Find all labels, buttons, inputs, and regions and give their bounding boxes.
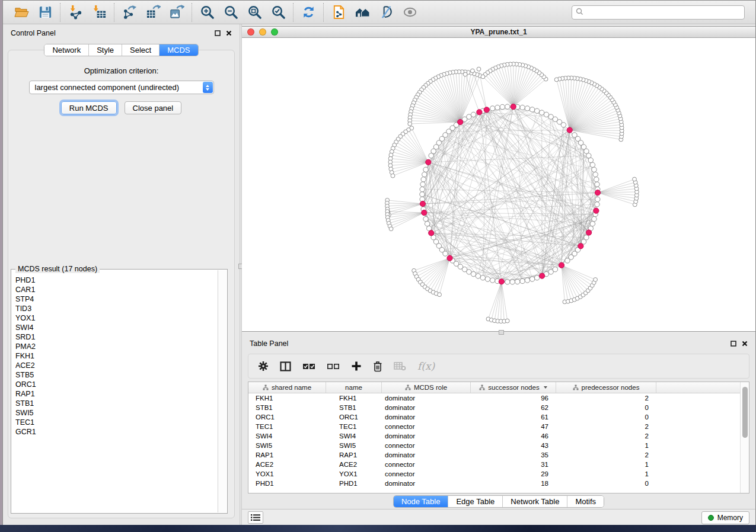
cell-MCDS-role[interactable]: connector xyxy=(382,470,471,477)
table-row[interactable]: SWI4SWI4dominator462 xyxy=(248,431,749,441)
cell-MCDS-role[interactable]: dominator xyxy=(382,404,471,411)
cell-predecessor-nodes[interactable]: 2 xyxy=(556,451,656,459)
export-image-button[interactable] xyxy=(168,4,186,21)
import-table-button[interactable] xyxy=(90,4,108,21)
import-network-button[interactable] xyxy=(66,4,84,21)
mcds-list-scrollbar[interactable] xyxy=(218,270,227,512)
mcds-result-item[interactable]: SWI4 xyxy=(15,323,214,332)
cell-successor-nodes[interactable]: 62 xyxy=(471,404,556,411)
mcds-result-item[interactable]: ACE2 xyxy=(15,361,214,370)
settings-button[interactable] xyxy=(258,360,269,373)
table-row[interactable]: ORC1ORC1dominator610 xyxy=(248,412,749,422)
cell-MCDS-role[interactable]: dominator xyxy=(382,480,471,487)
save-button[interactable] xyxy=(36,4,54,21)
table-row[interactable]: RAP1RAP1dominator352 xyxy=(248,450,749,460)
cell-shared-name[interactable]: FKH1 xyxy=(248,395,326,402)
cell-successor-nodes[interactable]: 18 xyxy=(471,480,556,487)
mcds-result-item[interactable]: STB5 xyxy=(15,370,214,380)
mcds-result-item[interactable]: GCR1 xyxy=(15,427,214,437)
column-header-MCDS-role[interactable]: MCDS role xyxy=(382,382,471,393)
cell-name[interactable]: PHD1 xyxy=(326,480,382,487)
cell-predecessor-nodes[interactable]: 0 xyxy=(556,480,656,487)
cell-MCDS-role[interactable]: connector xyxy=(382,461,471,468)
open-folder-button[interactable] xyxy=(12,4,30,21)
tab-mcds[interactable]: MCDS xyxy=(159,44,197,56)
table-row[interactable]: PHD1PHD1dominator180 xyxy=(248,479,749,488)
delete-button[interactable] xyxy=(373,360,382,373)
divider-handle-h[interactable] xyxy=(499,330,504,335)
mcds-result-item[interactable]: PMA2 xyxy=(15,342,214,351)
cell-name[interactable]: ACE2 xyxy=(326,461,382,468)
houses-button[interactable] xyxy=(353,4,371,21)
cell-successor-nodes[interactable]: 46 xyxy=(471,432,556,440)
show-eye-button[interactable] xyxy=(401,4,419,21)
mcds-result-item[interactable]: SWI5 xyxy=(15,408,214,418)
cell-name[interactable]: RAP1 xyxy=(326,451,382,459)
cell-shared-name[interactable]: SWI5 xyxy=(248,442,326,449)
mcds-result-item[interactable]: YOX1 xyxy=(15,313,214,323)
search-box[interactable] xyxy=(572,5,745,20)
column-header-shared-name[interactable]: shared name xyxy=(248,382,326,393)
cell-successor-nodes[interactable]: 61 xyxy=(471,414,556,421)
cell-predecessor-nodes[interactable]: 1 xyxy=(556,470,656,477)
hide-details-button[interactable] xyxy=(377,4,395,21)
table-tab-edge-table[interactable]: Edge Table xyxy=(448,496,502,507)
table-tab-motifs[interactable]: Motifs xyxy=(567,496,604,507)
tab-style[interactable]: Style xyxy=(88,44,122,56)
cell-successor-nodes[interactable]: 43 xyxy=(471,442,556,449)
mcds-result-item[interactable]: STP4 xyxy=(15,294,214,304)
zoom-in-button[interactable] xyxy=(198,4,216,21)
cell-MCDS-role[interactable]: connector xyxy=(382,442,471,449)
table-row[interactable]: STB1STB1dominator620 xyxy=(248,403,749,412)
run-mcds-button[interactable]: Run MCDS xyxy=(61,101,117,114)
horizontal-split-divider[interactable] xyxy=(242,332,755,335)
cell-name[interactable]: FKH1 xyxy=(326,395,382,402)
cell-name[interactable]: SWI4 xyxy=(326,432,382,440)
tab-select[interactable]: Select xyxy=(122,44,159,56)
cell-name[interactable]: TEC1 xyxy=(326,423,382,430)
mcds-result-item[interactable]: TEC1 xyxy=(15,418,214,427)
cell-name[interactable]: SWI5 xyxy=(326,442,382,449)
table-row[interactable]: ACE2ACE2connector311 xyxy=(248,460,749,469)
tab-network[interactable]: Network xyxy=(44,44,88,56)
mcds-result-item[interactable]: SRD1 xyxy=(15,332,214,342)
float-table-panel-icon[interactable] xyxy=(730,341,736,347)
cell-shared-name[interactable]: SWI4 xyxy=(248,432,326,440)
mcds-result-item[interactable]: TID3 xyxy=(15,304,214,313)
scrollbar-thumb[interactable] xyxy=(742,387,748,438)
table-row[interactable]: FKH1FKH1dominator962 xyxy=(248,393,749,403)
add-button[interactable] xyxy=(351,360,362,373)
memory-button[interactable]: Memory xyxy=(701,511,749,524)
cell-name[interactable]: ORC1 xyxy=(326,414,382,421)
cell-shared-name[interactable]: TEC1 xyxy=(248,423,326,430)
cell-successor-nodes[interactable]: 47 xyxy=(471,423,556,430)
mcds-result-item[interactable]: CAR1 xyxy=(15,285,214,294)
table-scrollbar[interactable] xyxy=(740,382,749,493)
close-panel-icon[interactable] xyxy=(225,30,232,37)
cell-predecessor-nodes[interactable]: 1 xyxy=(556,442,656,449)
document-network-button[interactable] xyxy=(330,4,347,21)
table-tab-node-table[interactable]: Node Table xyxy=(394,496,448,507)
task-history-button[interactable] xyxy=(248,511,263,524)
cell-MCDS-role[interactable]: dominator xyxy=(382,432,471,440)
export-table-button[interactable] xyxy=(144,4,162,21)
cell-MCDS-role[interactable]: dominator xyxy=(382,451,471,459)
cell-successor-nodes[interactable]: 35 xyxy=(471,451,556,459)
window-zoom-icon[interactable] xyxy=(271,28,278,36)
search-input[interactable] xyxy=(586,8,741,17)
cell-predecessor-nodes[interactable]: 0 xyxy=(556,404,656,411)
mcds-result-item[interactable]: ORC1 xyxy=(15,380,214,389)
close-table-panel-icon[interactable] xyxy=(741,341,748,347)
refresh-button[interactable] xyxy=(299,4,317,21)
mcds-result-item[interactable]: STB1 xyxy=(15,399,214,408)
window-minimize-icon[interactable] xyxy=(259,28,266,36)
table-row[interactable]: SWI5SWI5connector431 xyxy=(248,441,749,450)
cell-successor-nodes[interactable]: 96 xyxy=(471,395,556,402)
cell-predecessor-nodes[interactable]: 0 xyxy=(556,414,656,421)
cell-shared-name[interactable]: YOX1 xyxy=(248,470,326,477)
mcds-result-item[interactable]: FKH1 xyxy=(15,351,214,361)
cell-successor-nodes[interactable]: 29 xyxy=(471,470,556,477)
cell-shared-name[interactable]: ORC1 xyxy=(248,414,326,421)
select-all-button[interactable] xyxy=(302,360,315,373)
zoom-out-button[interactable] xyxy=(222,4,240,21)
